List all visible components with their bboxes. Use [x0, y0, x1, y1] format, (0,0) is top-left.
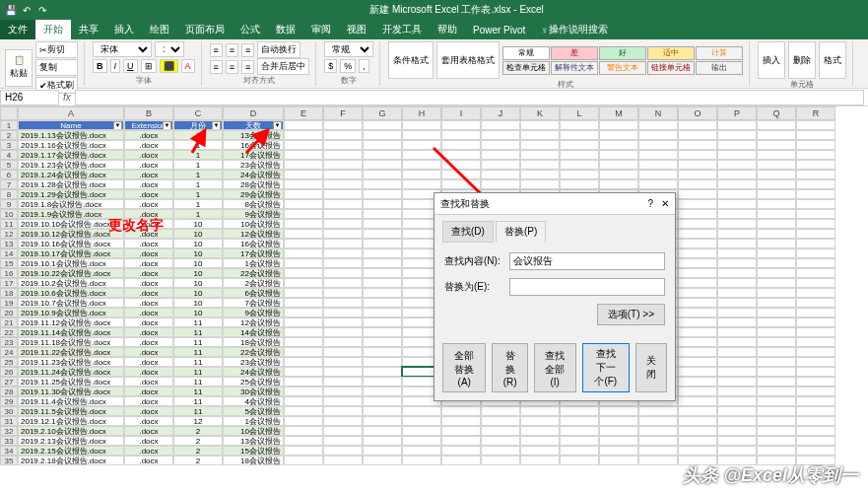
- colhdr-O[interactable]: O: [678, 106, 717, 120]
- cell-day[interactable]: 23会议报告: [223, 160, 284, 170]
- cell-ext[interactable]: .docx: [124, 258, 173, 268]
- cell-empty[interactable]: [363, 179, 402, 189]
- cell-empty[interactable]: [560, 170, 599, 179]
- colhdr-A[interactable]: A: [18, 106, 124, 120]
- cell-empty[interactable]: [757, 278, 796, 288]
- cell-empty[interactable]: [560, 130, 599, 140]
- cell-empty[interactable]: [678, 219, 717, 229]
- cell-empty[interactable]: [481, 416, 520, 426]
- find-all-button[interactable]: 查找全部(I): [534, 343, 576, 392]
- cell-empty[interactable]: [520, 456, 560, 465]
- cell-name[interactable]: 2019.10.22会议报告.docx: [18, 268, 124, 278]
- style-neutral[interactable]: 适中: [647, 46, 695, 60]
- undo-icon[interactable]: ↶: [21, 4, 33, 16]
- cell-empty[interactable]: [599, 150, 638, 160]
- cell-empty[interactable]: [717, 239, 757, 248]
- cell-empty[interactable]: [560, 446, 599, 456]
- cell-empty[interactable]: [599, 456, 638, 465]
- cell-empty[interactable]: [678, 347, 717, 357]
- cell-empty[interactable]: [284, 456, 323, 465]
- cell-month[interactable]: 10: [173, 258, 223, 268]
- cell-empty[interactable]: [678, 229, 717, 239]
- cell-empty[interactable]: [323, 288, 363, 298]
- cell-empty[interactable]: [757, 219, 796, 229]
- cell-empty[interactable]: [284, 150, 323, 160]
- menu-file[interactable]: 文件: [0, 20, 35, 39]
- cell-day[interactable]: 24会议报告: [223, 367, 284, 377]
- menu-formulas[interactable]: 公式: [233, 20, 268, 39]
- hdr-name[interactable]: Name▼: [18, 120, 124, 130]
- fx-icon[interactable]: fx: [59, 92, 75, 103]
- cell-ext[interactable]: .docx: [124, 396, 173, 406]
- cell-empty[interactable]: [323, 446, 363, 456]
- cell-name[interactable]: 2019.10.9会议报告.docx: [18, 308, 124, 317]
- percent-button[interactable]: %: [340, 59, 356, 73]
- cell-empty[interactable]: [363, 130, 402, 140]
- rowhdr-29[interactable]: 29: [0, 396, 18, 406]
- rowhdr-5[interactable]: 5: [0, 160, 18, 170]
- cell-name[interactable]: 2019.10.2会议报告.docx: [18, 278, 124, 288]
- hdr-ext[interactable]: Extension▼: [124, 120, 173, 130]
- cell-empty[interactable]: [323, 258, 363, 268]
- rowhdr-33[interactable]: 33: [0, 436, 18, 446]
- tab-find[interactable]: 查找(D): [442, 221, 494, 243]
- cell-empty[interactable]: [678, 446, 717, 456]
- cell-empty[interactable]: [678, 298, 717, 308]
- cell-empty[interactable]: [441, 446, 481, 456]
- menu-share[interactable]: 共享: [71, 20, 106, 39]
- find-next-button[interactable]: 查找下一个(F): [582, 343, 630, 392]
- align-bot[interactable]: ≡: [241, 43, 254, 57]
- cell-name[interactable]: 2019.11.18会议报告.docx: [18, 337, 124, 347]
- cell-month[interactable]: 11: [173, 337, 223, 347]
- cell-empty[interactable]: [363, 367, 402, 377]
- cell-empty[interactable]: [796, 239, 835, 248]
- cell-empty[interactable]: [363, 377, 402, 387]
- cell-empty[interactable]: [757, 160, 796, 170]
- cell-empty[interactable]: [757, 179, 796, 189]
- cell-empty[interactable]: [717, 308, 757, 317]
- cell-empty[interactable]: [796, 387, 835, 396]
- cell-empty[interactable]: [678, 130, 717, 140]
- cell-empty[interactable]: [284, 179, 323, 189]
- cell-empty[interactable]: [678, 170, 717, 179]
- cell-empty[interactable]: [796, 357, 835, 367]
- cell-empty[interactable]: [757, 357, 796, 367]
- cell-empty[interactable]: [363, 219, 402, 229]
- cell-ext[interactable]: .docx: [124, 436, 173, 446]
- cell-empty[interactable]: [481, 160, 520, 170]
- cell-ext[interactable]: .docx: [124, 387, 173, 396]
- cell-month[interactable]: 10: [173, 219, 223, 229]
- cell-empty[interactable]: [678, 308, 717, 317]
- cell-empty[interactable]: [599, 140, 638, 150]
- cell-empty[interactable]: [363, 229, 402, 239]
- cell-empty[interactable]: [796, 209, 835, 219]
- comma-button[interactable]: ,: [359, 59, 369, 73]
- cell-ext[interactable]: .docx: [124, 456, 173, 465]
- colhdr-E[interactable]: E: [284, 106, 323, 120]
- bold-button[interactable]: B: [93, 59, 107, 73]
- cell-empty[interactable]: [717, 327, 757, 337]
- cell-empty[interactable]: [796, 327, 835, 337]
- cell-empty[interactable]: [678, 436, 717, 446]
- dialog-help-icon[interactable]: ?: [647, 198, 653, 209]
- cell-day[interactable]: 2会议报告: [223, 278, 284, 288]
- copy-button[interactable]: 复制: [35, 59, 78, 76]
- options-button[interactable]: 选项(T) >>: [597, 304, 665, 325]
- cell-empty[interactable]: [284, 239, 323, 248]
- cell-month[interactable]: 1: [173, 150, 223, 160]
- cell-month[interactable]: 11: [173, 367, 223, 377]
- style-bad[interactable]: 差: [551, 46, 598, 60]
- cell-name[interactable]: 2019.1.8会议报告.docx: [18, 199, 124, 209]
- cell-month[interactable]: 1: [173, 160, 223, 170]
- rowhdr-31[interactable]: 31: [0, 416, 18, 426]
- cell-empty[interactable]: [284, 406, 323, 416]
- colhdr-N[interactable]: N: [638, 106, 678, 120]
- cell-empty[interactable]: [599, 170, 638, 179]
- cell-month[interactable]: 11: [173, 377, 223, 387]
- menu-review[interactable]: 审阅: [303, 20, 339, 39]
- cell-empty[interactable]: [599, 436, 638, 446]
- cell-empty[interactable]: [638, 456, 678, 465]
- cell-day[interactable]: 15会议报告: [223, 446, 284, 456]
- cell-ext[interactable]: .docx: [124, 150, 173, 160]
- cell-empty[interactable]: [796, 179, 835, 189]
